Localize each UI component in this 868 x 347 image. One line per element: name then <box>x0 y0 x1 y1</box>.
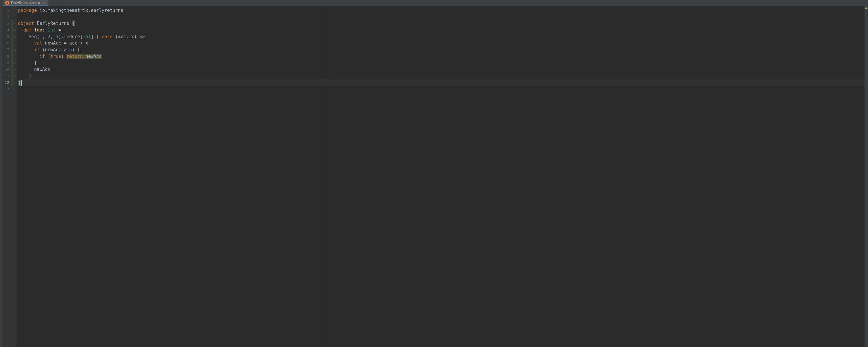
code-token: 2 <box>48 34 50 39</box>
code-line[interactable]: package io.makingthematrix.earlyreturns <box>18 7 868 14</box>
fold-marker[interactable]: ⊟ <box>13 27 17 34</box>
fold-expand-icon[interactable]: ⊟ <box>13 49 16 51</box>
code-line[interactable] <box>18 14 868 21</box>
fold-marker[interactable]: ⊡ <box>13 73 17 80</box>
code-line[interactable]: } <box>18 80 868 86</box>
line-number[interactable]: 13 <box>2 86 11 93</box>
code-token: case <box>101 34 112 39</box>
code-token: , <box>42 34 48 39</box>
code-token: , <box>50 34 56 39</box>
line-number[interactable]: 1 <box>2 7 11 14</box>
fold-expand-icon[interactable]: ⊟ <box>13 22 16 25</box>
code-token: earlyreturns <box>91 8 123 13</box>
fold-collapse-icon[interactable]: ⊡ <box>13 68 16 71</box>
code-token: EarlyReturns <box>37 21 69 26</box>
code-line[interactable]: Seq(1, 2, 3).reduce[Int] { case (acc, x)… <box>18 34 868 40</box>
editor-tab-bar: O EarlyReturns.scala × <box>0 0 868 6</box>
code-token <box>42 40 45 46</box>
code-token: true <box>50 54 61 59</box>
code-token <box>34 21 37 26</box>
fold-gutter[interactable]: ⊟⊟⊟⊟⊡⊡⊡⊡ <box>13 6 17 347</box>
file-tab[interactable]: O EarlyReturns.scala × <box>3 0 48 6</box>
code-token: 3 <box>56 34 58 39</box>
fold-marker <box>13 86 17 93</box>
close-icon[interactable]: × <box>42 1 45 5</box>
fold-expand-icon[interactable]: ⊟ <box>13 29 16 32</box>
code-line[interactable]: } <box>18 60 868 66</box>
code-token: ) <box>61 54 66 59</box>
code-token: io.makingthematrix <box>40 8 88 13</box>
line-number[interactable]: 6 <box>2 40 11 46</box>
code-token: 5 <box>69 47 72 52</box>
line-number[interactable]: 4 <box>2 27 11 34</box>
fold-collapse-icon[interactable]: ⊡ <box>13 62 16 64</box>
code-token <box>18 34 29 39</box>
scala-file-icon: O <box>5 1 9 5</box>
fold-marker <box>13 7 17 14</box>
code-token <box>32 28 34 33</box>
fold-collapse-icon[interactable]: ⊡ <box>13 75 16 77</box>
line-number-gutter[interactable]: 12345678910111213 <box>2 6 11 347</box>
fold-marker[interactable]: ⊡ <box>13 66 17 73</box>
vertical-scrollbar[interactable] <box>865 6 868 347</box>
fold-marker[interactable]: ⊟ <box>13 34 17 40</box>
code-token: (acc, x) => <box>113 34 145 39</box>
code-line[interactable]: if (true) return newAcc <box>18 53 868 60</box>
code-token: foo <box>34 28 42 33</box>
code-token: ] { <box>91 34 101 39</box>
code-token: . <box>88 8 91 13</box>
code-token: Int <box>83 34 91 39</box>
code-token <box>69 21 72 26</box>
code-token: package <box>18 8 37 13</box>
code-token: ( <box>45 54 50 59</box>
fold-collapse-icon[interactable]: ⊡ <box>13 81 16 84</box>
code-token: val <box>34 40 42 46</box>
code-line[interactable]: object EarlyReturns { <box>18 20 868 27</box>
code-token: newAcc <box>83 54 101 59</box>
editor-container: 12345678910111213 ⊟⊟⊟⊟⊡⊡⊡⊡ package io.ma… <box>0 6 868 347</box>
code-token: (newAcc > <box>40 47 69 52</box>
code-line[interactable]: newAcc <box>18 66 868 73</box>
line-number[interactable]: 2 <box>2 14 11 21</box>
fold-marker <box>13 53 17 60</box>
line-number[interactable]: 3 <box>2 20 11 27</box>
code-token: return <box>66 54 83 59</box>
code-line[interactable]: if (newAcc > 5) { <box>18 46 868 53</box>
code-token: newAcc <box>18 67 50 72</box>
code-token: { <box>72 21 75 26</box>
text-cursor <box>21 80 22 86</box>
code-token: if <box>40 54 45 59</box>
code-editor[interactable]: package io.makingthematrix.earlyreturnso… <box>17 6 868 347</box>
fold-marker[interactable]: ⊡ <box>13 80 17 86</box>
fold-marker <box>13 14 17 21</box>
warning-marker[interactable] <box>865 7 867 9</box>
line-number[interactable]: 5 <box>2 34 11 40</box>
line-number[interactable]: 8 <box>2 53 11 60</box>
code-line[interactable]: val newAcc = acc + x <box>18 40 868 46</box>
code-token: newAcc = acc + x <box>45 40 88 46</box>
left-edge-strip <box>0 6 2 347</box>
code-token: Int <box>48 28 56 33</box>
code-token: object <box>18 21 34 26</box>
fold-marker[interactable]: ⊟ <box>13 20 17 27</box>
code-token: = <box>56 28 64 33</box>
code-line[interactable] <box>18 86 868 93</box>
code-token: } <box>18 80 21 86</box>
code-token: ).reduce[ <box>58 34 83 39</box>
line-number[interactable]: 7 <box>2 46 11 53</box>
code-token: 1 <box>40 34 42 39</box>
code-line[interactable]: def foo: Int = <box>18 27 868 34</box>
code-token <box>37 8 39 13</box>
code-token: ( <box>37 34 39 39</box>
line-number[interactable]: 10 <box>2 66 11 73</box>
code-line[interactable]: } <box>18 73 868 80</box>
fold-marker[interactable]: ⊟ <box>13 46 17 53</box>
fold-marker[interactable]: ⊡ <box>13 60 17 66</box>
code-token: } <box>18 73 32 78</box>
line-number[interactable]: 11 <box>2 73 11 80</box>
line-number[interactable]: 9 <box>2 60 11 66</box>
code-token: } <box>18 60 37 66</box>
code-token <box>18 40 34 46</box>
fold-expand-icon[interactable]: ⊟ <box>13 36 16 38</box>
line-number[interactable]: 12 <box>2 80 11 86</box>
